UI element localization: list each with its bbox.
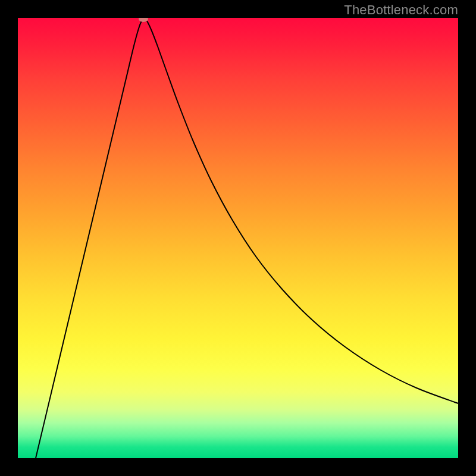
bottleneck-curve xyxy=(36,18,458,458)
watermark-text: TheBottleneck.com xyxy=(344,2,458,18)
chart-frame: TheBottleneck.com xyxy=(0,0,476,476)
plot-area xyxy=(18,18,458,458)
curve-svg xyxy=(18,18,458,458)
